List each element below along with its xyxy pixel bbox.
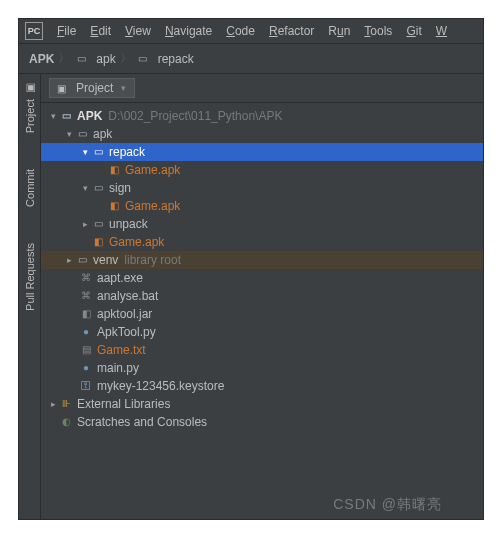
scratches-icon: ◐ <box>59 415 73 429</box>
breadcrumb: APK 〉 ▭ apk 〉 ▭ repack <box>19 44 483 74</box>
tree-label: main.py <box>97 359 139 377</box>
tree-root[interactable]: ▭ APK D:\002_Project\011_Python\APK <box>41 107 483 125</box>
folder-icon: ▭ <box>91 145 105 159</box>
expand-toggle[interactable] <box>63 125 75 143</box>
tool-tab-project[interactable]: Project▣ <box>23 78 36 137</box>
jar-file-icon: ◧ <box>79 307 93 321</box>
expand-toggle[interactable] <box>79 179 91 197</box>
app-logo: PC <box>25 22 43 40</box>
tree-label: Game.apk <box>125 161 180 179</box>
tree-scratches[interactable]: ◐ Scratches and Consoles <box>41 413 483 431</box>
tree-label: apk <box>93 125 112 143</box>
tool-tab-pullrequests[interactable]: Pull Requests <box>24 239 36 315</box>
tree-label: ApkTool.py <box>97 323 156 341</box>
tree-file-keystore[interactable]: ⚿ mykey-123456.keystore <box>41 377 483 395</box>
expand-toggle[interactable] <box>63 251 75 269</box>
tree-file-aapt[interactable]: ⌘ aapt.exe <box>41 269 483 287</box>
menu-edit[interactable]: Edit <box>84 22 117 40</box>
tree-file-apktoolpy[interactable]: ● ApkTool.py <box>41 323 483 341</box>
expand-toggle[interactable] <box>79 215 91 233</box>
menu-code[interactable]: Code <box>220 22 261 40</box>
text-file-icon: ▤ <box>79 343 93 357</box>
tree-folder-repack[interactable]: ▭ repack <box>41 143 483 161</box>
tree-folder-venv[interactable]: ▭ venv library root <box>41 251 483 269</box>
project-tree: ▭ APK D:\002_Project\011_Python\APK ▭ ap… <box>41 103 483 435</box>
menu-run[interactable]: Run <box>322 22 356 40</box>
breadcrumb-root[interactable]: APK <box>29 52 54 66</box>
tree-label: External Libraries <box>77 395 170 413</box>
breadcrumb-item-repack[interactable]: ▭ repack <box>136 52 194 66</box>
menu-refactor[interactable]: Refactor <box>263 22 320 40</box>
chevron-right-icon: 〉 <box>120 50 132 67</box>
menu-git[interactable]: Git <box>400 22 427 40</box>
folder-icon: ▭ <box>91 181 105 195</box>
expand-toggle[interactable] <box>47 107 59 125</box>
tree-file-sign-game[interactable]: ◧ Game.apk <box>41 197 483 215</box>
main-area: Project▣ Commit Pull Requests ▣ Project … <box>19 74 483 519</box>
bat-file-icon: ⌘ <box>79 289 93 303</box>
expand-toggle[interactable] <box>79 143 91 161</box>
tree-label: analyse.bat <box>97 287 158 305</box>
project-icon: ▣ <box>54 81 68 95</box>
menu-tools[interactable]: Tools <box>358 22 398 40</box>
tree-hint: library root <box>124 251 181 269</box>
tree-label: repack <box>109 143 145 161</box>
project-icon: ▣ <box>23 82 36 95</box>
menu-view[interactable]: View <box>119 22 157 40</box>
tree-external-libraries[interactable]: ⊪ External Libraries <box>41 395 483 413</box>
project-panel-header: ▣ Project ▾ <box>41 74 483 103</box>
tree-file-analyse[interactable]: ⌘ analyse.bat <box>41 287 483 305</box>
chevron-down-icon: ▾ <box>121 83 126 93</box>
tree-label: unpack <box>109 215 148 233</box>
tree-label: Game.apk <box>109 233 164 251</box>
left-toolstrip: Project▣ Commit Pull Requests <box>19 74 41 519</box>
apk-file-icon: ◧ <box>107 199 121 213</box>
ide-window: PC File Edit View Navigate Code Refactor… <box>18 18 484 520</box>
exe-file-icon: ⌘ <box>79 271 93 285</box>
apk-file-icon: ◧ <box>91 235 105 249</box>
tree-label: APK <box>77 107 102 125</box>
tree-label: sign <box>109 179 131 197</box>
chevron-right-icon: 〉 <box>58 50 70 67</box>
tree-file-apktooljar[interactable]: ◧ apktool.jar <box>41 305 483 323</box>
tool-tab-commit[interactable]: Commit <box>24 165 36 211</box>
tree-folder-unpack[interactable]: ▭ unpack <box>41 215 483 233</box>
project-view-selector[interactable]: ▣ Project ▾ <box>49 78 135 98</box>
tree-label: venv <box>93 251 118 269</box>
folder-icon: ▭ <box>136 52 150 66</box>
tree-label: apktool.jar <box>97 305 152 323</box>
tree-file-mainpy[interactable]: ● main.py <box>41 359 483 377</box>
tree-folder-apk[interactable]: ▭ apk <box>41 125 483 143</box>
tree-label: Scratches and Consoles <box>77 413 207 431</box>
tree-file-repack-game[interactable]: ◧ Game.apk <box>41 161 483 179</box>
menu-window[interactable]: W <box>430 22 453 40</box>
folder-icon: ▭ <box>75 253 89 267</box>
folder-icon: ▭ <box>91 217 105 231</box>
tree-label: aapt.exe <box>97 269 143 287</box>
project-panel: ▣ Project ▾ ▭ APK D:\002_Project\011_Pyt… <box>41 74 483 519</box>
folder-icon: ▭ <box>74 52 88 66</box>
menu-navigate[interactable]: Navigate <box>159 22 218 40</box>
apk-file-icon: ◧ <box>107 163 121 177</box>
module-icon: ▭ <box>59 109 73 123</box>
breadcrumb-item-apk[interactable]: ▭ apk <box>74 52 115 66</box>
menu-file[interactable]: File <box>51 22 82 40</box>
tree-label: mykey-123456.keystore <box>97 377 224 395</box>
expand-toggle[interactable] <box>47 395 59 413</box>
tree-file-gametxt[interactable]: ▤ Game.txt <box>41 341 483 359</box>
python-file-icon: ● <box>79 361 93 375</box>
folder-icon: ▭ <box>75 127 89 141</box>
python-file-icon: ● <box>79 325 93 339</box>
tree-folder-sign[interactable]: ▭ sign <box>41 179 483 197</box>
tree-path: D:\002_Project\011_Python\APK <box>108 107 282 125</box>
keystore-file-icon: ⚿ <box>79 379 93 393</box>
tree-file-unpack-game[interactable]: ◧ Game.apk <box>41 233 483 251</box>
libraries-icon: ⊪ <box>59 397 73 411</box>
tree-label: Game.txt <box>97 341 146 359</box>
tree-label: Game.apk <box>125 197 180 215</box>
main-menubar: PC File Edit View Navigate Code Refactor… <box>19 19 483 44</box>
